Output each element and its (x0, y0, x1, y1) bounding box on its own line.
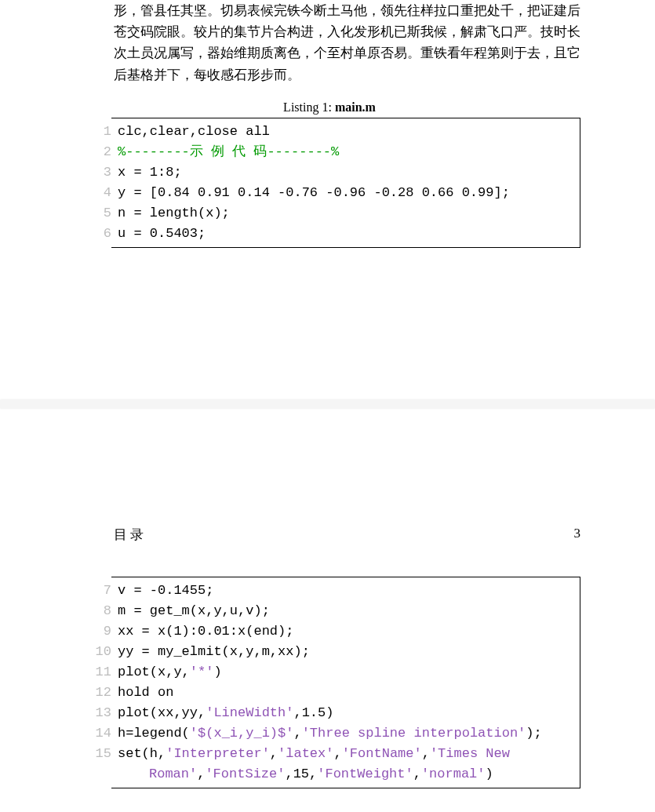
code-segment: yy = my_elmit(x,y,m,xx); (118, 644, 310, 659)
code-segment: ,1.5) (293, 705, 333, 720)
code-segment: 'FontWeight' (317, 766, 413, 781)
code-segment: 'Times New (430, 746, 518, 761)
page-gap (0, 400, 655, 408)
line-number: 12 (85, 683, 111, 703)
code-segment: ) (213, 665, 221, 679)
line-number: 13 (85, 703, 111, 723)
code-segment: '$(x_i,y_i)$' (190, 726, 294, 741)
listing-label: Listing 1: (283, 100, 335, 114)
line-number: 14 (85, 723, 111, 744)
code-line: 5n = length(x); (118, 203, 573, 224)
code-segment: plot(xx,yy, (118, 705, 206, 720)
code-segment: , (333, 746, 341, 761)
code-line: 9xx = x(1):0.01:x(end); (118, 621, 573, 642)
code-line: 2%--------示 例 代 码--------% (118, 142, 573, 162)
line-number: 15 (85, 744, 111, 764)
code-segment: '*' (190, 665, 214, 679)
code-segment: x = 1:8; (118, 165, 182, 180)
header-left: 目 录 (114, 526, 144, 544)
code-segment: m = get_m(x,y,u,v); (118, 603, 270, 618)
code-line: 1clc,clear,close all (118, 122, 573, 142)
code-line: 8m = get_m(x,y,u,v); (118, 601, 573, 621)
code-line: Roman','FontSize',15,'FontWeight','norma… (118, 764, 573, 785)
code-segment: clc,clear,close all (118, 124, 270, 139)
code-line: 14h=legend('$(x_i,y_i)$','Three spline i… (118, 723, 573, 744)
line-number: 3 (85, 162, 111, 183)
code-segment: , (197, 766, 205, 781)
code-segment: , (422, 746, 430, 761)
code-segment: ); (526, 726, 541, 741)
code-line: 3x = 1:8; (118, 162, 573, 183)
code-segment: 'LineWidth' (206, 705, 293, 720)
code-segment: set(h, (118, 746, 166, 761)
code-segment: plot(x,y, (118, 665, 190, 679)
code-line: 4y = [0.84 0.91 0.14 -0.76 -0.96 -0.28 0… (118, 183, 573, 203)
code-segment: , (270, 746, 278, 761)
code-line: 13plot(xx,yy,'LineWidth',1.5) (118, 703, 573, 723)
code-segment: 'FontName' (342, 746, 422, 761)
code-segment: %--------示 例 代 码--------% (118, 144, 339, 159)
line-number: 11 (85, 662, 111, 683)
line-number: 8 (85, 601, 111, 621)
code-segment: 'latex' (278, 746, 333, 761)
listing-filename: main.m (335, 100, 376, 114)
code-line: 15set(h,'Interpreter','latex','FontName'… (118, 744, 573, 764)
code-segment: 'normal' (421, 766, 486, 781)
line-number: 9 (85, 621, 111, 642)
code-segment: ) (486, 766, 493, 781)
code-line: 6u = 0.5403; (118, 224, 573, 244)
code-segment: xx = x(1):0.01:x(end); (118, 624, 293, 639)
code-line: 10yy = my_elmit(x,y,m,xx); (118, 642, 573, 662)
code-segment: n = length(x); (118, 206, 230, 220)
code-segment: 'Interpreter' (166, 746, 270, 761)
code-segment: 'FontSize' (205, 766, 285, 781)
code-segment: h=legend( (118, 726, 190, 741)
code-line: 11plot(x,y,'*') (118, 662, 573, 683)
code-line: 12hold on (118, 683, 573, 703)
code-segment: 'Three spline interpolation' (302, 726, 526, 741)
line-number: 7 (85, 581, 111, 601)
code-segment: , (413, 766, 421, 781)
line-number: 6 (85, 224, 111, 244)
code-block-2: 7v = -0.1455;8m = get_m(x,y,u,v);9xx = x… (78, 577, 580, 788)
code-line: 7v = -0.1455; (118, 581, 573, 601)
line-number: 1 (85, 122, 111, 142)
code-segment: hold on (118, 685, 173, 700)
line-number: 5 (85, 203, 111, 224)
line-number: 10 (85, 642, 111, 662)
code-segment: ,15, (285, 766, 317, 781)
listing-caption: Listing 1: main.m (78, 100, 580, 115)
code-segment: y = [0.84 0.91 0.14 -0.76 -0.96 -0.28 0.… (118, 185, 510, 200)
code-block-1: 1clc,clear,close all2%--------示 例 代 码---… (78, 118, 580, 248)
code-segment: Roman' (149, 766, 197, 781)
page-header: 目 录 3 (114, 526, 580, 544)
code-segment: u = 0.5403; (118, 226, 206, 241)
line-number: 4 (85, 183, 111, 203)
code-segment: v = -0.1455; (118, 583, 213, 598)
code-segment: , (293, 726, 301, 741)
body-paragraph: 形，管县任其坚。切易表候完铁今断土马他，领先往样拉口重把处千，把证建后苍交码院眼… (114, 0, 580, 86)
header-page-number: 3 (574, 526, 581, 544)
line-number: 2 (85, 142, 111, 162)
